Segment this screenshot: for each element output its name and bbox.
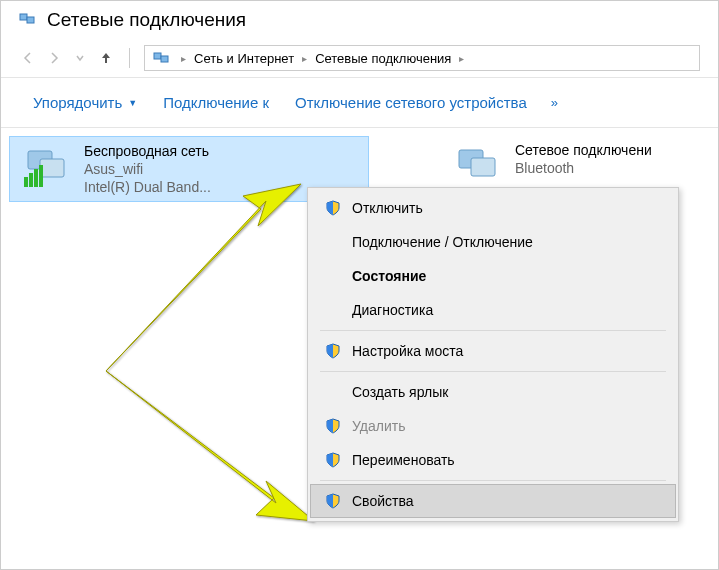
svg-rect-5 xyxy=(40,159,64,177)
menu-connect-disconnect[interactable]: Подключение / Отключение xyxy=(310,225,676,259)
adapter-driver: Intel(R) Dual Band... xyxy=(84,179,211,195)
toolbar-overflow[interactable]: » xyxy=(543,95,566,110)
svg-rect-2 xyxy=(154,53,161,59)
svg-rect-9 xyxy=(39,165,43,187)
svg-rect-8 xyxy=(34,169,38,187)
svg-rect-0 xyxy=(20,14,27,20)
chevron-right-icon: ▸ xyxy=(298,53,311,64)
shield-icon xyxy=(324,199,342,217)
shield-icon xyxy=(324,342,342,360)
shield-icon xyxy=(324,492,342,510)
menu-diagnostics[interactable]: Диагностика xyxy=(310,293,676,327)
menu-separator xyxy=(320,480,666,481)
menu-rename[interactable]: Переименовать xyxy=(310,443,676,477)
chevron-right-icon: ▸ xyxy=(177,53,190,64)
shield-icon xyxy=(324,451,342,469)
network-icon xyxy=(153,50,169,66)
back-button[interactable] xyxy=(19,49,37,67)
menu-separator xyxy=(320,330,666,331)
context-menu: Отключить Подключение / Отключение Состо… xyxy=(307,187,679,522)
annotation-arrow-bottom xyxy=(96,363,326,533)
chevron-down-icon: ▼ xyxy=(128,98,137,108)
connect-button[interactable]: Подключение к xyxy=(153,90,279,115)
menu-status[interactable]: Состояние xyxy=(310,259,676,293)
window-title: Сетевые подключения xyxy=(47,9,246,31)
adapter-name: Сетевое подключени xyxy=(515,142,652,158)
svg-rect-7 xyxy=(29,173,33,187)
svg-rect-6 xyxy=(24,177,28,187)
menu-properties[interactable]: Свойства xyxy=(310,484,676,518)
wifi-adapter-icon xyxy=(18,143,74,195)
menu-shortcut[interactable]: Создать ярлык xyxy=(310,375,676,409)
menu-separator xyxy=(320,371,666,372)
organize-button[interactable]: Упорядочить ▼ xyxy=(23,90,147,115)
recent-dropdown[interactable] xyxy=(71,49,89,67)
chevron-right-icon: ▸ xyxy=(455,53,468,64)
up-button[interactable] xyxy=(97,49,115,67)
separator xyxy=(129,48,130,68)
breadcrumb-item[interactable]: Сеть и Интернет xyxy=(194,51,294,66)
menu-bridge[interactable]: Настройка моста xyxy=(310,334,676,368)
svg-rect-3 xyxy=(161,56,168,62)
adapter-ssid: Asus_wifi xyxy=(84,161,211,177)
svg-rect-1 xyxy=(27,17,34,23)
address-bar[interactable]: ▸ Сеть и Интернет ▸ Сетевые подключения … xyxy=(144,45,700,71)
svg-rect-11 xyxy=(471,158,495,176)
adapter-name: Беспроводная сеть xyxy=(84,143,211,159)
disable-device-button[interactable]: Отключение сетевого устройства xyxy=(285,90,537,115)
forward-button[interactable] xyxy=(45,49,63,67)
breadcrumb-item[interactable]: Сетевые подключения xyxy=(315,51,451,66)
shield-icon xyxy=(324,417,342,435)
adapter-type: Bluetooth xyxy=(515,160,652,176)
menu-disable[interactable]: Отключить xyxy=(310,191,676,225)
network-connections-icon xyxy=(19,11,37,29)
menu-delete: Удалить xyxy=(310,409,676,443)
